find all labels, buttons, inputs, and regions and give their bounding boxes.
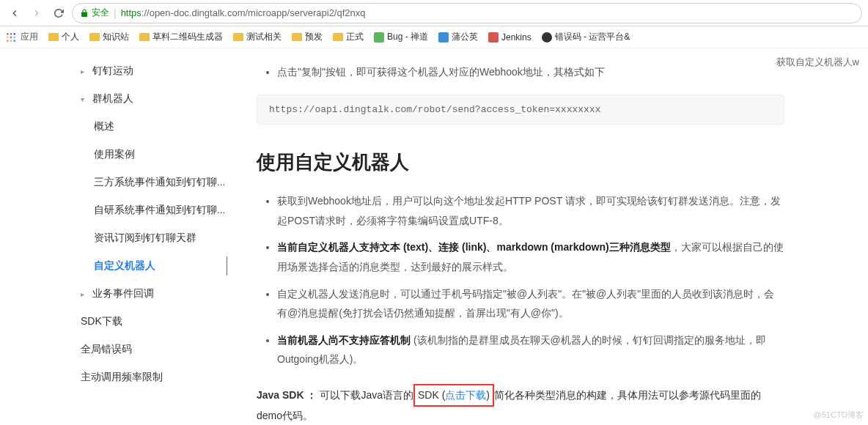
svg-rect-2: [14, 33, 15, 34]
sidebar-item[interactable]: 三方系统事件通知到钉钉聊...: [94, 169, 227, 196]
folder-icon: [292, 33, 302, 41]
bookmark-item[interactable]: 蒲公英: [438, 31, 478, 43]
sidebar-item[interactable]: 资讯订阅到钉钉聊天群: [94, 224, 227, 252]
back-button[interactable]: [6, 4, 23, 22]
reload-button[interactable]: [50, 4, 67, 22]
caret-icon: ▸: [81, 67, 89, 75]
folder-icon: [233, 33, 243, 41]
caret-icon: ▾: [81, 95, 89, 103]
intro-bullet: 点击"复制"按钮，即可获得这个机器人对应的Webhook地址，其格式如下: [277, 63, 784, 81]
sidebar-item[interactable]: 使用案例: [94, 141, 227, 169]
svg-rect-5: [14, 36, 15, 37]
sidebar-item[interactable]: ▸业务事件回调: [81, 280, 227, 308]
code-block: https://oapi.dingtalk.com/robot/send?acc…: [257, 95, 784, 125]
svg-rect-8: [14, 40, 15, 41]
right-header-text: 获取自定义机器人w: [776, 56, 859, 69]
svg-rect-7: [10, 40, 12, 41]
bookmarks-bar: 应用 个人知识站草料二维码生成器测试相关预发正式Bug - 禅道蒲公英Jenki…: [0, 26, 868, 48]
sidebar-item-label: 主动调用频率限制: [81, 371, 163, 384]
sidebar-item[interactable]: ▾群机器人: [81, 85, 227, 113]
svg-rect-3: [7, 36, 8, 37]
site-icon: [374, 32, 384, 42]
lock-icon: [80, 9, 89, 18]
sidebar-item[interactable]: 主动调用频率限制: [81, 363, 227, 391]
bullet-2: 当前自定义机器人支持文本 (text)、连接 (link)、markdown (…: [277, 237, 784, 276]
svg-rect-6: [7, 40, 8, 41]
bookmark-item[interactable]: Bug - 禅道: [374, 31, 428, 43]
svg-rect-4: [10, 36, 12, 37]
sidebar-item[interactable]: 自定义机器人: [94, 252, 227, 280]
bookmark-item[interactable]: 错误码 - 运营平台&: [542, 31, 630, 43]
bookmark-item[interactable]: Jenkins: [488, 32, 532, 42]
site-icon: [438, 32, 449, 42]
bookmark-item[interactable]: 预发: [292, 31, 323, 43]
watermark: @51CTO博客: [814, 410, 864, 421]
sidebar-item-label: 业务事件回调: [92, 287, 154, 300]
secure-badge: 安全: [80, 7, 109, 19]
sidebar-item-label: 使用案例: [94, 148, 135, 161]
sidebar-item[interactable]: 全局错误码: [81, 336, 227, 363]
content: 点击"复制"按钮，即可获得这个机器人对应的Webhook地址，其格式如下 htt…: [227, 48, 850, 425]
folder-icon: [139, 33, 150, 41]
site-icon: [488, 32, 499, 42]
forward-button[interactable]: [28, 4, 45, 22]
bookmark-item[interactable]: 测试相关: [233, 31, 282, 43]
caret-icon: ▸: [81, 290, 89, 298]
bookmark-item[interactable]: 个人: [48, 31, 79, 43]
apps-icon: [6, 32, 16, 42]
sidebar: ▸钉钉运动▾群机器人概述使用案例三方系统事件通知到钉钉聊...自研系统事件通知到…: [0, 48, 227, 425]
sidebar-item-label: SDK下载: [81, 315, 122, 328]
page: ▸钉钉运动▾群机器人概述使用案例三方系统事件通知到钉钉聊...自研系统事件通知到…: [0, 48, 868, 425]
sidebar-item[interactable]: ▸钉钉运动: [81, 57, 227, 85]
bullet-3: 自定义机器人发送消息时，可以通过手机号码指定"被@人列表"。在"被@人列表"里面…: [277, 284, 784, 323]
sidebar-item-label: 钉钉运动: [92, 64, 133, 78]
bullet-1: 获取到Webhook地址后，用户可以向这个地址发起HTTP POST 请求，即可…: [277, 191, 784, 230]
bookmark-item[interactable]: 正式: [333, 31, 364, 43]
sdk-line: Java SDK ： 可以下载Java语言的SDK (点击下载) 简化各种类型消…: [257, 384, 784, 425]
sidebar-item-label: 自定义机器人: [94, 259, 155, 273]
svg-rect-1: [10, 33, 12, 34]
url-text: https://open-doc.dingtalk.com/microapp/s…: [121, 7, 366, 18]
sidebar-item[interactable]: 概述: [94, 113, 227, 141]
secure-label: 安全: [92, 7, 109, 19]
bullet-4: 当前机器人尚不支持应答机制 (该机制指的是群里成员在聊天@机器人的时候，钉钉回调…: [277, 330, 784, 369]
browser-nav-bar: 安全 | https://open-doc.dingtalk.com/micro…: [0, 0, 868, 26]
address-bar[interactable]: 安全 | https://open-doc.dingtalk.com/micro…: [72, 3, 862, 23]
sidebar-item-label: 群机器人: [92, 92, 133, 106]
bookmark-item[interactable]: 草料二维码生成器: [139, 31, 223, 43]
section-heading: 使用自定义机器人: [257, 149, 784, 175]
sidebar-item[interactable]: 自研系统事件通知到钉钉聊...: [94, 196, 227, 224]
sidebar-item[interactable]: SDK下载: [81, 308, 227, 336]
sidebar-item-label: 全局错误码: [81, 343, 132, 356]
sidebar-item-label: 自研系统事件通知到钉钉聊...: [94, 204, 225, 217]
sidebar-item-label: 三方系统事件通知到钉钉聊...: [94, 176, 225, 189]
folder-icon: [48, 33, 59, 41]
sidebar-item-label: 概述: [94, 120, 114, 133]
site-icon: [542, 32, 552, 42]
sdk-download-link[interactable]: 点击下载: [445, 389, 486, 401]
apps-button[interactable]: 应用: [6, 31, 38, 43]
bookmark-item[interactable]: 知识站: [89, 31, 129, 43]
sidebar-item-label: 资讯订阅到钉钉聊天群: [94, 232, 196, 245]
sdk-download-box: SDK (点击下载): [413, 384, 494, 407]
svg-rect-0: [7, 33, 8, 34]
folder-icon: [89, 33, 100, 41]
folder-icon: [333, 33, 343, 41]
